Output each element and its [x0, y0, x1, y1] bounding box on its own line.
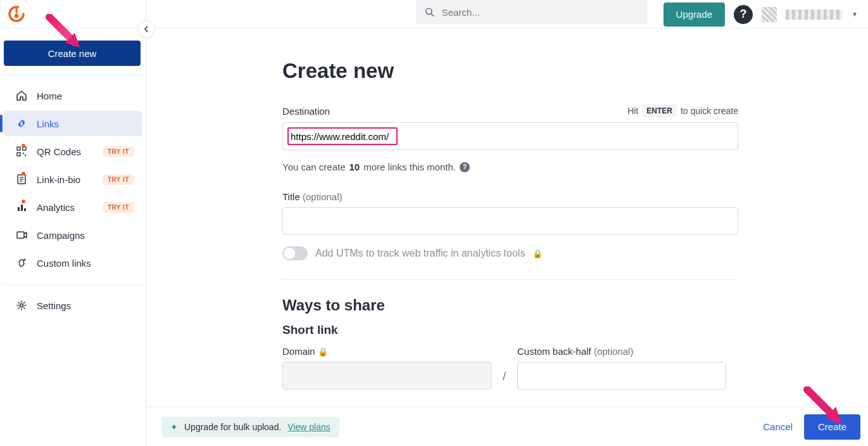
page-title: Create new — [282, 59, 738, 83]
sidebar-item-label: Campaigns — [37, 230, 134, 241]
avatar[interactable] — [762, 7, 777, 22]
title-input[interactable] — [282, 207, 738, 235]
cancel-button[interactable]: Cancel — [763, 421, 793, 432]
create-new-button[interactable]: Create new — [4, 41, 141, 66]
analytics-icon — [15, 201, 28, 213]
sidebar-item-label: Analytics — [37, 202, 94, 213]
svg-rect-13 — [21, 205, 23, 211]
sidebar-divider — [4, 284, 142, 285]
view-plans-link[interactable]: View plans — [287, 422, 330, 432]
sidebar-item-custom-links[interactable]: Custom links — [4, 250, 142, 276]
quick-create-hint: Hit ENTER to quick create — [627, 105, 738, 117]
chevron-left-icon — [143, 26, 149, 32]
sidebar-collapse-button[interactable] — [137, 20, 155, 38]
backhalf-label: Custom back-half (optional) — [517, 346, 726, 357]
main-content: Create new Destination Hit ENTER to quic… — [146, 29, 868, 407]
ways-to-share-heading: Ways to share — [282, 296, 738, 314]
svg-rect-7 — [25, 155, 26, 156]
search-box[interactable] — [416, 0, 647, 24]
short-link-heading: Short link — [282, 323, 738, 337]
title-label: Title (optional) — [282, 191, 343, 202]
utm-label: Add UTMs to track web traffic in analyti… — [315, 248, 525, 259]
gear-icon — [15, 300, 28, 311]
svg-rect-14 — [24, 208, 26, 211]
campaigns-icon — [15, 229, 28, 241]
sidebar-item-link-in-bio[interactable]: Link-in-bio TRY IT — [4, 167, 142, 192]
search-icon — [425, 7, 434, 17]
sidebar-item-links[interactable]: Links — [4, 111, 142, 136]
link-quota-text: You can create 10 more links this month.… — [282, 162, 738, 172]
qr-icon — [15, 146, 28, 157]
sidebar-divider — [4, 75, 142, 75]
sidebar-item-campaigns[interactable]: Campaigns — [4, 222, 142, 248]
lock-icon: 🔒 — [532, 249, 543, 258]
upgrade-button[interactable]: Upgrade — [664, 3, 726, 27]
slash-separator: / — [503, 370, 506, 390]
try-it-badge: TRY IT — [103, 146, 134, 157]
sidebar-item-qr-codes[interactable]: QR Codes TRY IT — [4, 139, 142, 164]
try-it-badge: TRY IT — [103, 174, 134, 185]
svg-rect-12 — [18, 207, 20, 211]
sidebar-item-label: Link-in-bio — [37, 174, 94, 185]
sidebar-item-label: Home — [37, 91, 134, 101]
sidebar-item-label: Settings — [37, 300, 134, 311]
svg-line-2 — [431, 14, 434, 16]
home-icon — [15, 90, 28, 101]
sidebar-item-label: Links — [37, 118, 134, 129]
try-it-badge: TRY IT — [103, 202, 134, 213]
new-dot-icon — [22, 172, 25, 175]
domain-input[interactable] — [282, 362, 491, 390]
info-icon[interactable]: ? — [460, 162, 470, 172]
section-divider — [282, 279, 738, 280]
sidebar-item-label: Custom links — [37, 258, 134, 269]
destination-input[interactable] — [282, 122, 738, 150]
sidebar-item-analytics[interactable]: Analytics TRY IT — [4, 194, 142, 220]
create-button[interactable]: Create — [804, 414, 860, 440]
sidebar: Create new Home Links QR Codes TRY IT Li… — [0, 0, 146, 446]
sidebar-item-home[interactable]: Home — [4, 83, 142, 108]
svg-rect-5 — [17, 153, 20, 156]
svg-point-16 — [24, 259, 26, 261]
svg-point-17 — [20, 304, 23, 307]
sidebar-item-settings[interactable]: Settings — [4, 293, 142, 318]
user-menu-caret[interactable]: ▼ — [852, 11, 858, 18]
sidebar-item-label: QR Codes — [37, 146, 94, 157]
footer-bar: ✦ Upgrade for bulk upload. View plans Ca… — [146, 407, 868, 446]
new-dot-icon — [22, 144, 25, 148]
enter-key-badge: ENTER — [642, 105, 677, 117]
svg-rect-3 — [17, 147, 20, 150]
new-dot-icon — [22, 200, 25, 203]
svg-rect-15 — [17, 232, 24, 238]
lock-icon: 🔒 — [318, 347, 328, 357]
help-icon[interactable]: ? — [734, 5, 753, 24]
link-icon — [15, 118, 28, 129]
sparkle-icon: ✦ — [170, 422, 178, 432]
domain-label: Domain 🔒 — [282, 346, 491, 357]
custom-link-icon — [15, 257, 28, 269]
utm-row: Add UTMs to track web traffic in analyti… — [282, 246, 738, 260]
backhalf-input[interactable] — [517, 362, 726, 390]
username — [786, 10, 843, 20]
page-icon — [15, 174, 28, 185]
bulk-text: Upgrade for bulk upload. — [184, 422, 281, 432]
bulk-upload-banner: ✦ Upgrade for bulk upload. View plans — [161, 417, 339, 437]
utm-toggle[interactable] — [282, 246, 308, 260]
search-input[interactable] — [442, 7, 638, 18]
svg-rect-6 — [23, 153, 24, 154]
destination-label: Destination — [282, 106, 330, 117]
